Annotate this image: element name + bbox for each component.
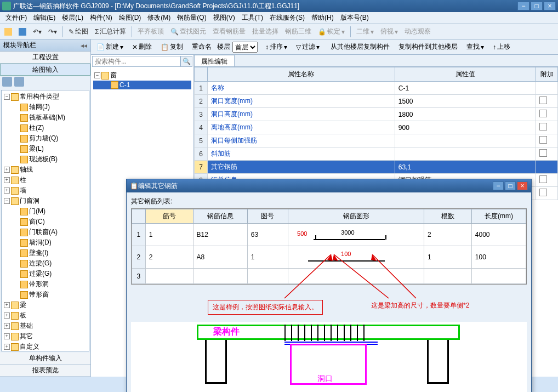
filter-button[interactable]: ▽过滤▾	[293, 41, 323, 53]
menu-help[interactable]: 帮助(H)	[308, 12, 337, 24]
search-button[interactable]: 查找▾	[463, 41, 487, 53]
nav-collapse-icon[interactable]: ◂◂	[81, 42, 87, 49]
tree-root[interactable]: −常用构件类型	[3, 92, 88, 102]
col-barnum[interactable]: 筋号	[145, 209, 193, 224]
draw-button[interactable]: ✎ 绘图	[66, 26, 90, 37]
sort-button[interactable]: ↕排序▾	[262, 41, 291, 53]
tree-cat-column[interactable]: +柱	[3, 175, 88, 185]
tree-cat-opening[interactable]: −门窗洞	[3, 196, 88, 206]
minimize-button[interactable]: −	[517, 2, 529, 10]
nav-icon-1[interactable]	[2, 77, 12, 87]
tree-item-axis[interactable]: 轴网(J)	[3, 102, 88, 112]
dyn-button[interactable]: 动态观察	[402, 26, 433, 37]
col-fignum[interactable]: 图号	[247, 209, 288, 224]
menu-floor[interactable]: 楼层(L)	[59, 12, 87, 24]
tree-lintel[interactable]: 过梁(G)	[3, 269, 88, 279]
batch-button[interactable]: 批量选择	[250, 26, 281, 37]
new-button[interactable]: 📄新建▾	[93, 41, 127, 53]
dialog-maximize-button[interactable]: □	[505, 181, 516, 190]
menu-modify[interactable]: 修改(M)	[144, 12, 174, 24]
save-button[interactable]	[16, 27, 29, 37]
copyfrom-button[interactable]: 从其他楼层复制构件	[327, 41, 393, 53]
rebar3d-button[interactable]: 钢筋三维	[283, 26, 314, 37]
findbar-button[interactable]: 查看钢筋量	[210, 26, 248, 37]
tree-item-shearwall[interactable]: 剪力墙(Q)	[3, 133, 88, 144]
menu-rebar[interactable]: 钢筋量(Q)	[174, 12, 209, 24]
menu-file[interactable]: 文件(F)	[2, 12, 30, 24]
moveup-button[interactable]: ↑上移	[489, 41, 514, 53]
find-button[interactable]: 🔍 查找图元	[168, 26, 208, 37]
sum-button[interactable]: Σ 汇总计算	[93, 26, 128, 37]
undo-button[interactable]: ↶▾	[31, 27, 44, 37]
inner-tree-root[interactable]: −窗	[93, 70, 191, 81]
checkbox[interactable]	[539, 136, 547, 144]
tree-item-column[interactable]: 柱(Z)	[3, 123, 88, 133]
tree-cat-foundation[interactable]: +基础	[3, 321, 88, 331]
menu-tools[interactable]: 工具(T)	[238, 12, 266, 24]
dialog-titlebar[interactable]: 📋 编辑其它钢筋 − □ ×	[127, 179, 531, 192]
col-length[interactable]: 长度(mm)	[471, 209, 526, 224]
tree-door[interactable]: 门(M)	[3, 206, 88, 217]
tree-wallhole[interactable]: 墙洞(D)	[3, 237, 88, 248]
tree-cat-slab[interactable]: +板	[3, 310, 88, 321]
tree-couplingbeam[interactable]: 连梁(G)	[3, 258, 88, 269]
menu-version[interactable]: 版本号(B)	[337, 12, 372, 24]
tree-cat-beam[interactable]: +梁	[3, 300, 88, 310]
section-project[interactable]: 工程设置	[0, 52, 90, 64]
rebar-list-label: 其它钢筋列表:	[131, 197, 527, 206]
tree-cat-wall[interactable]: +墙	[3, 185, 88, 196]
section-draw[interactable]: 绘图输入	[0, 64, 90, 76]
tree-window[interactable]: 窗(C)	[3, 217, 88, 227]
col-barinfo[interactable]: 钢筋信息	[193, 209, 247, 224]
menu-online[interactable]: 在线服务(S)	[266, 12, 308, 24]
menu-component[interactable]: 构件(N)	[87, 12, 116, 24]
section-report[interactable]: 报表预览	[0, 365, 90, 377]
tree-strip-hole[interactable]: 带形洞	[3, 279, 88, 289]
menu-view[interactable]: 视图(V)	[210, 12, 238, 24]
nav-header: 模块导航栏 ◂◂	[0, 39, 90, 52]
checkbox[interactable]	[539, 96, 547, 104]
floor-select[interactable]: 首层	[232, 42, 258, 53]
look-button[interactable]: 俯视▾	[378, 26, 400, 37]
copyto-button[interactable]: 复制构件到其他楼层	[395, 41, 461, 53]
tree-item-raft[interactable]: 筏板基础(M)	[3, 112, 88, 123]
dialog-minimize-button[interactable]: −	[493, 181, 504, 190]
nav-icon-2[interactable]	[14, 77, 24, 87]
dialog-close-button[interactable]: ×	[517, 181, 528, 190]
prop-row: 3洞口高度(mm)1800	[195, 108, 558, 121]
col-shape[interactable]: 钢筋图形	[288, 209, 424, 224]
search-input[interactable]	[92, 56, 180, 67]
menu-edit[interactable]: 编辑(E)	[30, 12, 59, 24]
view2d-button[interactable]: 二维▾	[354, 26, 376, 37]
tree-item-slab[interactable]: 现浇板(B)	[3, 154, 88, 164]
maximize-button[interactable]: □	[531, 2, 543, 10]
rebar-row: 3	[132, 269, 526, 284]
checkbox[interactable]	[539, 110, 547, 117]
close-button[interactable]: ×	[544, 2, 556, 10]
checkbox[interactable]	[539, 189, 547, 196]
rename-button[interactable]: 重命名	[189, 41, 215, 53]
redo-button[interactable]: ↷▾	[46, 27, 59, 37]
nav-panel: 模块导航栏 ◂◂ 工程设置 绘图输入 −常用构件类型 轴网(J) 筏板基础(M)…	[0, 39, 91, 377]
col-count[interactable]: 根数	[424, 209, 472, 224]
section-single[interactable]: 单构件输入	[0, 353, 90, 365]
checkbox[interactable]	[539, 175, 547, 183]
menu-draw[interactable]: 绘图(D)	[116, 12, 145, 24]
open-button[interactable]	[2, 27, 14, 37]
checkbox[interactable]	[539, 123, 547, 130]
tree-cat-other[interactable]: +其它	[3, 331, 88, 342]
tree-cat-custom[interactable]: +自定义	[3, 342, 88, 351]
tree-item-beam[interactable]: 梁(L)	[3, 144, 88, 154]
tree-cat-axis[interactable]: +轴线	[3, 164, 88, 175]
checkbox[interactable]	[539, 149, 547, 157]
tab-property[interactable]: 属性编辑	[194, 55, 235, 66]
flat-button[interactable]: 平齐板顶	[135, 26, 166, 37]
inner-tree-c1[interactable]: C-1	[93, 81, 191, 89]
tree-strip-window[interactable]: 带形窗	[3, 289, 88, 300]
delete-button[interactable]: ✕删除	[129, 41, 155, 53]
lock-button[interactable]: 🔒 锁定▾	[316, 26, 347, 37]
copy-button[interactable]: 📋复制	[157, 41, 186, 53]
search-go-button[interactable]: 🔍	[180, 56, 192, 67]
tree-doorwindow[interactable]: 门联窗(A)	[3, 227, 88, 237]
tree-niche[interactable]: 壁龛(I)	[3, 248, 88, 258]
